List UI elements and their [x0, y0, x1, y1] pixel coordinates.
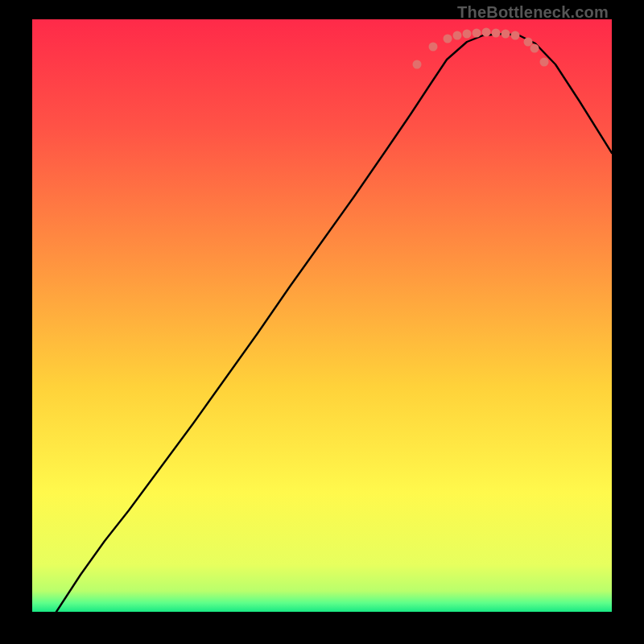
optimal-marker [502, 30, 510, 39]
optimal-marker [530, 44, 539, 53]
optimal-marker [429, 43, 438, 52]
optimal-marker [524, 38, 533, 47]
bottleneck-chart [32, 19, 612, 612]
optimal-marker [463, 30, 472, 39]
optimal-marker [540, 58, 549, 67]
optimal-marker [511, 31, 520, 40]
optimal-marker [492, 29, 501, 38]
optimal-marker [482, 28, 491, 37]
optimal-marker [413, 60, 422, 69]
optimal-marker [444, 35, 452, 43]
optimal-marker [473, 29, 481, 38]
optimal-marker [453, 31, 462, 40]
chart-frame [32, 19, 612, 612]
